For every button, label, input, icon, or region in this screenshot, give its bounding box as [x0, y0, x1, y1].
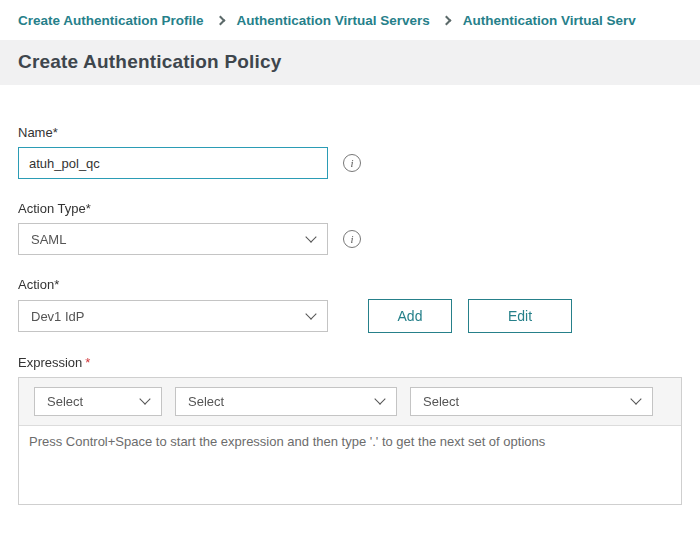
action-type-select-value: SAML	[31, 232, 66, 247]
chevron-down-icon	[305, 308, 316, 319]
action-label-text: Action	[18, 277, 54, 292]
breadcrumb-link-authentication-virtual-servers[interactable]: Authentication Virtual Servers	[237, 13, 430, 28]
name-label: Name*	[18, 125, 682, 140]
expression-input[interactable]	[19, 426, 681, 504]
chevron-down-icon	[139, 393, 150, 404]
chevron-right-icon	[215, 16, 225, 26]
action-field: Action* Dev1 IdP Add Edit	[18, 277, 682, 333]
chevron-down-icon	[630, 393, 641, 404]
expression-select-2[interactable]: Select	[175, 387, 397, 416]
action-label: Action*	[18, 277, 682, 292]
action-type-field: Action Type* SAML i	[18, 201, 682, 255]
action-type-select[interactable]: SAML	[18, 223, 328, 255]
expression-select-2-value: Select	[188, 394, 224, 409]
action-type-label-text: Action Type	[18, 201, 86, 216]
name-input[interactable]	[18, 147, 328, 179]
create-authentication-policy-form: Name* i Action Type* SAML i Action* De	[0, 85, 700, 505]
expression-toolbar: Select Select Select	[19, 378, 681, 426]
expression-select-1-value: Select	[47, 394, 83, 409]
info-icon[interactable]: i	[343, 154, 361, 172]
action-type-label: Action Type*	[18, 201, 682, 216]
breadcrumb-link-authentication-virtual-server[interactable]: Authentication Virtual Serv	[463, 13, 636, 28]
breadcrumb: Create Authentication Profile Authentica…	[0, 0, 700, 40]
page: Create Authentication Profile Authentica…	[0, 0, 700, 505]
edit-button[interactable]: Edit	[468, 299, 572, 333]
action-select-value: Dev1 IdP	[31, 309, 84, 324]
expression-select-3-value: Select	[423, 394, 459, 409]
expression-select-1[interactable]: Select	[34, 387, 162, 416]
expression-label-text: Expression	[18, 355, 82, 370]
name-required-mark: *	[53, 125, 58, 140]
page-header: Create Authentication Policy	[0, 40, 700, 85]
expression-editor: Select Select Select	[18, 377, 682, 505]
info-icon[interactable]: i	[343, 230, 361, 248]
name-label-text: Name	[18, 125, 53, 140]
page-title: Create Authentication Policy	[18, 50, 682, 74]
expression-required-mark: *	[85, 355, 90, 370]
breadcrumb-link-create-authentication-profile[interactable]: Create Authentication Profile	[18, 13, 204, 28]
name-field: Name* i	[18, 125, 682, 179]
chevron-right-icon	[441, 16, 451, 26]
expression-field: Expression* Select Select Select	[18, 355, 682, 505]
expression-select-3[interactable]: Select	[410, 387, 653, 416]
chevron-down-icon	[305, 231, 316, 242]
add-button[interactable]: Add	[368, 299, 452, 333]
action-type-required-mark: *	[86, 201, 91, 216]
action-select[interactable]: Dev1 IdP	[18, 300, 328, 332]
expression-label: Expression*	[18, 355, 682, 370]
action-required-mark: *	[54, 277, 59, 292]
chevron-down-icon	[374, 393, 385, 404]
